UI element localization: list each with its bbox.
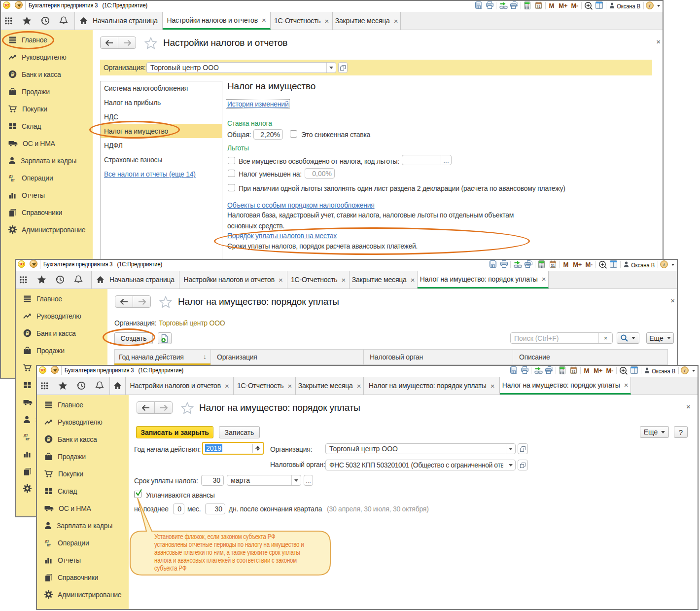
svg-text:Дт: Дт bbox=[9, 174, 13, 179]
svg-text:Дт: Дт bbox=[45, 539, 49, 543]
svg-text:Кт: Кт bbox=[11, 178, 15, 182]
svg-text:₽: ₽ bbox=[26, 330, 29, 336]
svg-text:31: 31 bbox=[536, 4, 540, 9]
svg-text:Кт: Кт bbox=[26, 437, 30, 441]
svg-text:₽: ₽ bbox=[47, 436, 50, 442]
svg-text:i: i bbox=[664, 262, 665, 267]
svg-text:Дт: Дт bbox=[24, 433, 28, 437]
svg-text:31: 31 bbox=[551, 263, 555, 268]
svg-text:i: i bbox=[649, 3, 651, 8]
svg-text:31: 31 bbox=[571, 369, 575, 374]
svg-text:i: i bbox=[684, 368, 686, 373]
svg-text:₽: ₽ bbox=[11, 72, 14, 77]
svg-text:Кт: Кт bbox=[47, 543, 51, 547]
